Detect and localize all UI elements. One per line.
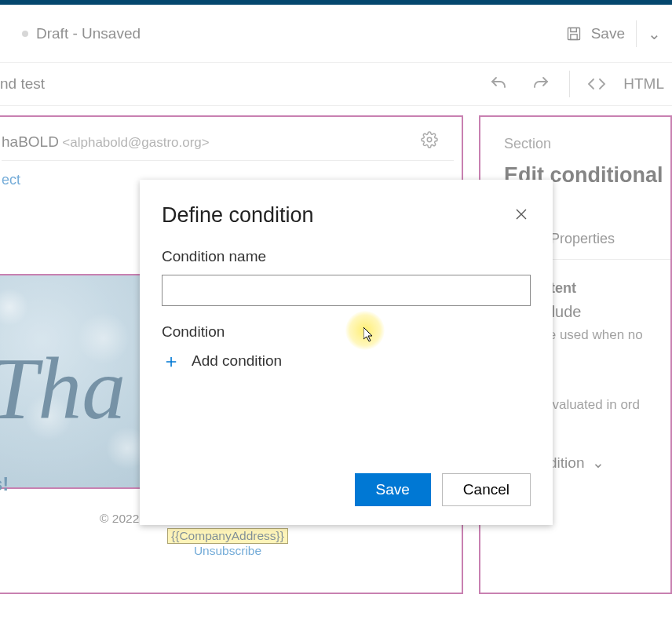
save-button[interactable]: Save [566, 25, 625, 42]
close-button[interactable] [512, 203, 531, 228]
chevron-down-icon: ⌄ [592, 454, 604, 472]
from-email: <alphabold@gastro.org> [62, 135, 209, 150]
add-condition-text: Add condition [192, 352, 282, 370]
save-label: Save [591, 25, 625, 42]
html-view-button[interactable] [584, 70, 609, 98]
tab-bar: nd test HTML [0, 63, 672, 106]
dialog-title: Define condition [162, 203, 314, 228]
redo-button[interactable] [527, 70, 555, 98]
undo-button[interactable] [484, 70, 513, 98]
save-group: Save ⌄ [566, 20, 661, 47]
save-button-label: Save [376, 481, 410, 498]
chevron-down-icon[interactable]: ⌄ [648, 24, 661, 43]
unsubscribe-link[interactable]: Unsubscribe [194, 544, 261, 557]
draft-label: Draft - Unsaved [36, 25, 141, 42]
hero-script-text: Tha [0, 338, 126, 439]
tab-design-test[interactable]: nd test [0, 75, 45, 93]
separator [569, 71, 570, 97]
condition-name-input[interactable] [162, 275, 531, 306]
close-icon [515, 208, 528, 221]
html-label: HTML [623, 75, 664, 93]
undo-icon [489, 75, 508, 93]
redo-icon [531, 75, 550, 93]
save-icon [566, 26, 582, 42]
code-icon [587, 75, 606, 93]
section-label: Section [504, 136, 670, 152]
svg-rect-1 [571, 34, 577, 39]
cancel-button-label: Cancel [463, 481, 509, 498]
save-button[interactable]: Save [355, 473, 431, 506]
svg-point-2 [427, 137, 432, 142]
header-bar: Draft - Unsaved Save ⌄ [0, 5, 672, 63]
separator [636, 20, 637, 47]
condition-name-label: Condition name [162, 248, 531, 265]
tab-properties[interactable]: Properties [550, 231, 615, 259]
define-condition-dialog: Define condition Condition name Conditio… [140, 180, 553, 525]
from-name: haBOLD [2, 133, 59, 150]
add-condition-button[interactable]: ＋ Add condition [162, 352, 531, 370]
cancel-button[interactable]: Cancel [442, 473, 531, 506]
svg-rect-0 [568, 27, 579, 39]
company-address-token[interactable]: {{CompanyAddress}} [167, 528, 288, 544]
draft-status: Draft - Unsaved [22, 25, 141, 42]
condition-label: Condition [162, 323, 531, 341]
gear-icon[interactable] [421, 131, 438, 152]
subhead-text: s! [0, 473, 9, 495]
from-row: haBOLD <alphabold@gastro.org> [2, 117, 454, 161]
plus-icon: ＋ [162, 352, 181, 370]
unsaved-dot-icon [22, 31, 28, 37]
